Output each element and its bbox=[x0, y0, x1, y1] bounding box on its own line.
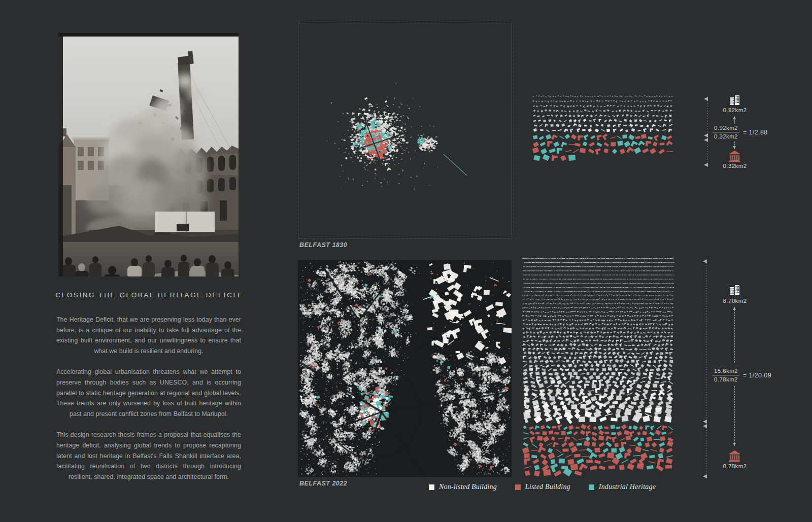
fraction-numerator: 15.6km2 bbox=[713, 368, 739, 375]
up-arrow bbox=[734, 307, 735, 363]
legend-label: Non-listed Building bbox=[439, 483, 497, 491]
annotation-1830: 0.92km2 0.92km2 0.32km2 = 1/2.88 0.32km2 bbox=[709, 92, 760, 179]
non-listed-area-1830: 0.92km2 bbox=[709, 107, 760, 113]
city-buildings-icon bbox=[728, 94, 741, 106]
ratio-result: = 1/2.88 bbox=[743, 129, 768, 136]
sorted-buildings-2022 bbox=[520, 255, 675, 477]
map-belfast-2022-canvas bbox=[298, 260, 512, 477]
map-label-1830: BELFAST 1830 bbox=[299, 241, 347, 249]
paragraph-2: Accelerating global urbanisation threate… bbox=[56, 367, 241, 419]
poster-page: CLOSING THE GLOBAL HERITAGE DEFICIT The … bbox=[0, 0, 812, 522]
annotation-2022: 8.70km2 15.6km2 0.78km2 = 1/20.09 0.78km… bbox=[709, 276, 760, 479]
legend-item-non-listed: Non-listed Building bbox=[429, 483, 497, 491]
paragraph-3: This design research thesis frames a pro… bbox=[56, 430, 241, 482]
classical-temple-icon bbox=[728, 450, 741, 462]
ratio-fraction-2022: 15.6km2 0.78km2 = 1/20.09 bbox=[713, 368, 794, 382]
fraction-numerator: 0.92km2 bbox=[713, 125, 739, 132]
fraction-denominator: 0.78km2 bbox=[713, 375, 739, 382]
map-belfast-1830-canvas bbox=[298, 23, 512, 238]
non-listed-area-2022: 8.70km2 bbox=[709, 298, 760, 304]
industrial-swatch bbox=[589, 484, 594, 490]
down-arrow bbox=[734, 142, 735, 149]
sorted-buildings-1830 bbox=[530, 93, 675, 161]
demolition-photo-illustration bbox=[58, 33, 239, 276]
fraction-denominator: 0.32km2 bbox=[713, 132, 739, 140]
demolition-photo bbox=[58, 33, 239, 276]
up-arrow bbox=[734, 116, 735, 124]
listed-area-2022: 0.78km2 bbox=[709, 463, 760, 469]
legend: Non-listed Building Listed Building Indu… bbox=[429, 483, 656, 491]
classical-temple-icon bbox=[728, 150, 741, 162]
map-belfast-1830 bbox=[298, 23, 512, 238]
paragraph-1: The Heritage Deficit, that we are preser… bbox=[56, 315, 241, 356]
intro-text: The Heritage Deficit, that we are preser… bbox=[56, 315, 241, 493]
non-listed-swatch bbox=[429, 484, 434, 490]
listed-area-1830: 0.32km2 bbox=[709, 163, 760, 169]
ratio-fraction-1830: 0.92km2 0.32km2 = 1/2.88 bbox=[713, 125, 794, 140]
legend-item-listed: Listed Building bbox=[515, 483, 570, 491]
down-arrow bbox=[734, 386, 735, 446]
map-label-2022: BELFAST 2022 bbox=[299, 480, 347, 487]
page-title: CLOSING THE GLOBAL HERITAGE DEFICIT bbox=[49, 291, 249, 299]
legend-label: Listed Building bbox=[525, 483, 570, 491]
listed-swatch bbox=[515, 484, 521, 490]
legend-label: Industrial Heritage bbox=[599, 483, 656, 491]
city-buildings-icon bbox=[728, 284, 741, 296]
map-belfast-2022 bbox=[298, 260, 512, 477]
ratio-result: = 1/20.09 bbox=[743, 372, 771, 379]
legend-item-industrial: Industrial Heritage bbox=[589, 483, 656, 491]
